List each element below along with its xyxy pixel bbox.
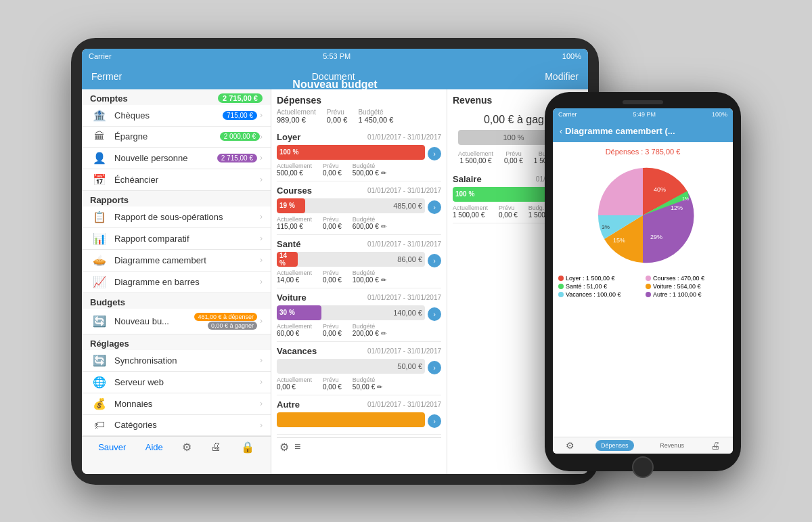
courses-legend-label: Courses : 470,00 € bbox=[653, 275, 704, 282]
sidebar-item-synchronisation[interactable]: 🔄 Synchronisation › bbox=[82, 350, 271, 372]
loyer-bar: 100 % bbox=[277, 145, 425, 160]
chevron-right-icon: › bbox=[260, 212, 263, 221]
rapports-label: Rapports bbox=[90, 195, 129, 205]
sante-bar: 14 % bbox=[277, 252, 298, 267]
pie-label-voiture: 15% bbox=[613, 237, 625, 244]
sidebar-item-diagramme-camembert[interactable]: 🥧 Diagramme camembert › bbox=[82, 250, 271, 271]
voiture-budgete: 200,00 € ✏ bbox=[353, 330, 386, 337]
sante-actuel: 14,00 € bbox=[277, 276, 312, 284]
chevron-right-icon: › bbox=[260, 255, 263, 265]
nouvelle-personne-label: Nouvelle personne bbox=[114, 153, 217, 163]
diagramme-camembert-label: Diagramme camembert bbox=[114, 255, 260, 265]
chevron-right-icon: › bbox=[260, 277, 263, 286]
bar-chart-icon: 📈 bbox=[90, 276, 109, 288]
voiture-actuel: 60,00 € bbox=[277, 330, 312, 337]
lock-icon[interactable]: 🔒 bbox=[241, 441, 254, 454]
ipad-device: Carrier 5:53 PM 100% Fermer Document Mod… bbox=[71, 38, 599, 485]
web-icon: 🌐 bbox=[90, 376, 109, 389]
iphone-back-button[interactable]: ‹ bbox=[560, 127, 562, 136]
sidebar-item-nouveau-budget[interactable]: 🔄 Nouveau bu... 461,00 € à dépenser 0,00… bbox=[82, 309, 271, 334]
budget-item-loyer: Loyer 01/01/2017 - 31/01/2017 100 % › bbox=[277, 128, 441, 181]
iphone-content: Dépenses : 3 785,00 € bbox=[553, 142, 733, 437]
sauver-button[interactable]: Sauver bbox=[98, 442, 126, 452]
courses-nav-arrow[interactable]: › bbox=[428, 200, 441, 214]
courses-budgete: 600,00 € ✏ bbox=[353, 223, 386, 230]
iphone-battery: 100% bbox=[712, 111, 727, 118]
aide-button[interactable]: Aide bbox=[145, 442, 163, 452]
settings-icon[interactable]: ⚙ bbox=[279, 441, 289, 454]
sidebar-item-diagramme-barres[interactable]: 📈 Diagramme en barres › bbox=[82, 271, 271, 293]
sante-nav-arrow[interactable]: › bbox=[428, 254, 441, 267]
courses-bar-pct: 19 % bbox=[279, 202, 295, 209]
sidebar-item-monnaies[interactable]: 💰 Monnaies › bbox=[82, 393, 271, 415]
loyer-nav-arrow[interactable]: › bbox=[428, 147, 441, 160]
voiture-bar-amount: 140,00 € bbox=[393, 309, 422, 317]
modifier-button[interactable]: Modifier bbox=[545, 71, 579, 82]
sidebar-item-echeancier[interactable]: 📅 Échéancier › bbox=[82, 169, 271, 191]
savings-icon: 🏛 bbox=[90, 131, 109, 143]
iphone-home-button[interactable] bbox=[632, 456, 654, 478]
calendar-icon: 📅 bbox=[90, 173, 109, 186]
courses-dates: 01/01/2017 - 31/01/2017 bbox=[367, 187, 441, 194]
list-icon[interactable]: ≡ bbox=[294, 441, 300, 454]
iphone-title: Diagramme camembert (... bbox=[565, 126, 726, 136]
voiture-nav-arrow[interactable]: › bbox=[428, 307, 441, 321]
sidebar-item-categories[interactable]: 🏷 Catégories › bbox=[82, 415, 271, 436]
iphone-nav-bar: ‹ Diagramme camembert (... bbox=[553, 121, 733, 142]
sidebar-item-rapport-comparatif[interactable]: 📊 Rapport comparatif › bbox=[82, 228, 271, 250]
cheques-badge: 715,00 € bbox=[223, 111, 257, 120]
salaire-name: Salaire bbox=[453, 174, 482, 184]
depenses-header: Dépenses bbox=[277, 95, 441, 106]
pie-label-sante: 1% bbox=[682, 196, 689, 201]
sidebar-item-serveur-web[interactable]: 🌐 Serveur web › bbox=[82, 372, 271, 393]
autre-nav-arrow[interactable]: › bbox=[428, 414, 441, 428]
print-icon[interactable]: 🖨 bbox=[210, 441, 221, 453]
autre-name: Autre bbox=[277, 399, 300, 410]
chevron-right-icon: › bbox=[260, 132, 263, 142]
loyer-legend-dot bbox=[558, 276, 564, 281]
budget-badges: 461,00 € à dépenser 0,00 € à gagner bbox=[194, 313, 257, 330]
voiture-prevu: 0,00 € bbox=[323, 330, 342, 337]
budget-item-courses: Courses 01/01/2017 - 31/01/2017 19 % 485… bbox=[277, 181, 441, 235]
sidebar-item-nouvelle-personne[interactable]: 👤 Nouvelle personne 2 715,00 € › bbox=[82, 148, 271, 169]
iphone-bottom-bar: ⚙ Dépenses Revenus 🖨 bbox=[553, 437, 733, 454]
sidebar-item-epargne[interactable]: 🏛 Épargne 2 000,00 € › bbox=[82, 127, 271, 148]
sante-bar-pct: 14 % bbox=[279, 252, 295, 267]
iphone-device: Carrier 5:49 PM 100% ‹ Diagramme camembe… bbox=[545, 92, 741, 471]
comptes-section-header: Comptes 2 715,00 € bbox=[82, 89, 271, 105]
fermer-button[interactable]: Fermer bbox=[91, 71, 122, 82]
iphone-speaker bbox=[623, 100, 663, 104]
revenus-tab-button[interactable]: Revenus bbox=[654, 440, 690, 451]
sante-bar-amount: 86,00 € bbox=[397, 255, 422, 263]
depenses-tab-button[interactable]: Dépenses bbox=[595, 440, 634, 451]
categories-label: Catégories bbox=[114, 420, 260, 430]
courses-values: Actuellement 115,00 € Prévu 0,00 € Budgé… bbox=[277, 216, 441, 230]
chevron-right-icon: › bbox=[260, 110, 263, 120]
sidebar-item-cheques[interactable]: 🏦 Chèques 715,00 € › bbox=[82, 105, 271, 127]
serveur-web-label: Serveur web bbox=[114, 377, 260, 387]
rapports-section-header: Rapports bbox=[82, 191, 271, 206]
tag-icon: 🏷 bbox=[90, 419, 109, 431]
settings-icon[interactable]: ⚙ bbox=[182, 441, 191, 454]
iphone-carrier: Carrier bbox=[558, 111, 577, 118]
salaire-bar-pct: 100 % bbox=[455, 190, 474, 198]
depenses-column: Dépenses Actuellement 989,00 € Prévu 0,0… bbox=[271, 89, 447, 474]
sidebar-item-rapport-sous-op[interactable]: 📋 Rapport de sous-opérations › bbox=[82, 206, 271, 228]
nouveau-budget-title: Nouveau budget bbox=[292, 79, 377, 91]
iphone-print-icon[interactable]: 🖨 bbox=[710, 440, 720, 451]
pie-label-courses: 12% bbox=[671, 204, 683, 211]
chevron-right-icon: › bbox=[260, 399, 263, 408]
iphone-settings-icon[interactable]: ⚙ bbox=[566, 440, 574, 451]
synchronisation-label: Synchronisation bbox=[114, 355, 260, 366]
echeancier-label: Échéancier bbox=[114, 175, 260, 185]
salaire-actuel: 1 500,00 € bbox=[453, 211, 488, 219]
ipad-nav-bar: Fermer Document Modifier Nouveau budget bbox=[82, 64, 588, 89]
iphone-time: 5:49 PM bbox=[633, 111, 656, 118]
reglages-section-header: Réglages bbox=[82, 334, 271, 350]
courses-name: Courses bbox=[277, 186, 312, 196]
vacances-nav-arrow[interactable]: › bbox=[428, 361, 441, 374]
chevron-right-icon: › bbox=[260, 355, 263, 365]
pie-chart-icon: 🥧 bbox=[90, 254, 109, 267]
monnaies-label: Monnaies bbox=[114, 399, 260, 409]
vacances-legend-dot bbox=[558, 292, 564, 297]
